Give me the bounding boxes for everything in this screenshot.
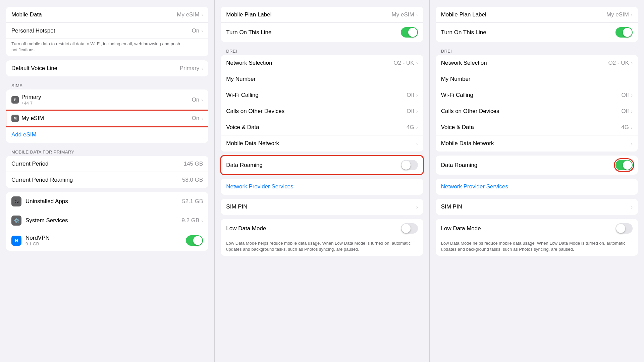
row-my-number-3[interactable]: My Number xyxy=(436,71,638,87)
low-data-mode-label-3: Low Data Mode xyxy=(441,225,481,232)
voice-data-value-3: 4G › xyxy=(621,124,633,131)
panel-2: Mobile Plan Label My eSIM › Turn On This… xyxy=(214,0,429,362)
row-network-selection[interactable]: Network Selection O2 - UK › xyxy=(221,55,423,71)
turn-on-line-label-3: Turn On This Line xyxy=(441,29,486,36)
chevron-icon: › xyxy=(201,218,203,224)
system-services-label: System Services xyxy=(25,217,68,224)
card-network-provider: Network Provider Services xyxy=(221,179,423,195)
row-network-provider[interactable]: Network Provider Services xyxy=(221,179,423,195)
row-mobile-data-network-3[interactable]: Mobile Data Network › xyxy=(436,135,638,152)
row-current-period-roaming[interactable]: Current Period Roaming 58.0 GB xyxy=(6,172,208,188)
low-data-helper-3: Low Data Mode helps reduce mobile data u… xyxy=(436,238,638,256)
row-voice-data-3[interactable]: Voice & Data 4G › xyxy=(436,119,638,135)
row-my-number[interactable]: My Number xyxy=(221,71,423,87)
nordvpn-toggle[interactable] xyxy=(186,235,203,246)
data-roaming-label: Data Roaming xyxy=(226,162,263,169)
toggle-thumb xyxy=(616,224,625,233)
data-roaming-label-3: Data Roaming xyxy=(441,162,478,169)
network-provider-label-3[interactable]: Network Provider Services xyxy=(441,183,508,190)
primary-sub: +44 7 xyxy=(21,101,41,106)
chevron-icon: › xyxy=(416,108,418,114)
low-data-toggle-3[interactable] xyxy=(615,223,633,234)
add-esim-label[interactable]: Add eSIM xyxy=(11,131,37,138)
mobile-plan-value: My eSIM › xyxy=(392,11,418,18)
row-low-data-mode-3[interactable]: Low Data Mode xyxy=(436,219,638,238)
card-mobile-data: Mobile Data My eSIM › Personal Hotspot O… xyxy=(6,7,208,56)
network-selection-label-3: Network Selection xyxy=(441,60,487,66)
my-number-label: My Number xyxy=(226,76,256,82)
row-wifi-calling[interactable]: Wi-Fi Calling Off › xyxy=(221,87,423,103)
uninstalled-apps-value: 52.1 GB xyxy=(182,198,203,205)
nordvpn-sub: 9.1 GB xyxy=(25,241,50,246)
chevron-icon: › xyxy=(416,92,418,98)
card-sim-pin-3: SIM PIN › xyxy=(436,199,638,215)
row-mobile-plan-label[interactable]: Mobile Plan Label My eSIM › xyxy=(221,7,423,23)
row-nordvpn[interactable]: N NordVPN 9.1 GB xyxy=(6,230,208,251)
chevron-icon: › xyxy=(201,12,203,17)
row-current-period[interactable]: Current Period 145 GB xyxy=(6,156,208,172)
esim-left: M My eSIM xyxy=(11,115,44,122)
personal-hotspot-label: Personal Hotspot xyxy=(11,27,55,34)
chevron-icon: › xyxy=(416,60,418,66)
row-calls-other-3[interactable]: Calls on Other Devices Off › xyxy=(436,103,638,119)
panel-3: Mobile Plan Label My eSIM › Turn On This… xyxy=(429,0,644,362)
row-primary-sim[interactable]: P Primary +44 7 On › xyxy=(6,89,208,110)
data-roaming-toggle[interactable] xyxy=(401,160,418,170)
network-selection-value-3: O2 - UK › xyxy=(608,60,633,66)
row-system-services[interactable]: ⚙️ System Services 9.2 GB › xyxy=(6,211,208,230)
mobile-data-network-label: Mobile Data Network xyxy=(226,140,279,147)
row-personal-hotspot[interactable]: Personal Hotspot On › xyxy=(6,23,208,39)
wifi-calling-label: Wi-Fi Calling xyxy=(226,92,258,99)
mobile-data-primary-header: MOBILE DATA FOR PRIMARY xyxy=(6,147,208,156)
row-sim-pin-3[interactable]: SIM PIN › xyxy=(436,199,638,215)
default-voice-label: Default Voice Line xyxy=(11,65,57,72)
row-default-voice[interactable]: Default Voice Line Primary › xyxy=(6,60,208,76)
row-mobile-data[interactable]: Mobile Data My eSIM › xyxy=(6,7,208,23)
personal-hotspot-value: On › xyxy=(192,27,203,34)
row-mobile-plan-label-3[interactable]: Mobile Plan Label My eSIM › xyxy=(436,7,638,23)
row-network-provider-3[interactable]: Network Provider Services xyxy=(436,179,638,195)
chevron-icon: › xyxy=(631,92,633,98)
row-turn-on-line-3[interactable]: Turn On This Line xyxy=(436,23,638,42)
card-network-settings-3: Network Selection O2 - UK › My Number Wi… xyxy=(436,55,638,152)
mobile-data-label: Mobile Data xyxy=(11,11,42,18)
row-turn-on-line[interactable]: Turn On This Line xyxy=(221,23,423,42)
card-sim-pin: SIM PIN › xyxy=(221,199,423,215)
chevron-icon: › xyxy=(416,141,418,146)
chevron-icon: › xyxy=(416,204,418,210)
row-low-data-mode[interactable]: Low Data Mode xyxy=(221,219,423,238)
low-data-toggle[interactable] xyxy=(401,223,418,234)
row-voice-data[interactable]: Voice & Data 4G › xyxy=(221,119,423,135)
uninstalled-apps-label: Uninstalled Apps xyxy=(25,198,68,205)
current-period-roaming-value: 58.0 GB xyxy=(182,177,203,183)
nordvpn-label: NordVPN xyxy=(25,235,50,241)
row-data-roaming-3[interactable]: Data Roaming xyxy=(436,156,638,175)
calls-other-value: Off › xyxy=(407,108,418,115)
toggle-thumb xyxy=(193,236,202,245)
row-add-esim[interactable]: Add eSIM xyxy=(6,127,208,143)
esim-label: My eSIM xyxy=(21,115,44,122)
card-data-roaming: Data Roaming xyxy=(221,156,423,175)
uninstalled-apps-icon: 🗂 xyxy=(11,196,21,206)
turn-on-toggle-3[interactable] xyxy=(615,27,633,38)
row-mobile-data-network[interactable]: Mobile Data Network › xyxy=(221,135,423,152)
data-roaming-toggle-3[interactable] xyxy=(615,160,633,170)
row-calls-other[interactable]: Calls on Other Devices Off › xyxy=(221,103,423,119)
chevron-icon: › xyxy=(631,141,633,146)
card-network-settings: Network Selection O2 - UK › My Number Wi… xyxy=(221,55,423,152)
network-provider-label[interactable]: Network Provider Services xyxy=(226,183,293,190)
chevron-icon: › xyxy=(201,97,203,103)
row-data-roaming[interactable]: Data Roaming xyxy=(221,156,423,175)
row-network-selection-3[interactable]: Network Selection O2 - UK › xyxy=(436,55,638,71)
voice-data-label-3: Voice & Data xyxy=(441,124,474,131)
row-uninstalled-apps[interactable]: 🗂 Uninstalled Apps 52.1 GB xyxy=(6,192,208,211)
row-wifi-calling-3[interactable]: Wi-Fi Calling Off › xyxy=(436,87,638,103)
row-sim-pin[interactable]: SIM PIN › xyxy=(221,199,423,215)
turn-on-toggle[interactable] xyxy=(401,27,418,38)
voice-data-label: Voice & Data xyxy=(226,124,259,131)
toggle-thumb xyxy=(408,28,417,37)
card-sims: P Primary +44 7 On › M My eSIM On › xyxy=(6,89,208,143)
uninstalled-apps-left: 🗂 Uninstalled Apps xyxy=(11,196,68,206)
drei-header-3: DREI xyxy=(436,46,638,55)
row-my-esim[interactable]: M My eSIM On › xyxy=(6,110,208,127)
